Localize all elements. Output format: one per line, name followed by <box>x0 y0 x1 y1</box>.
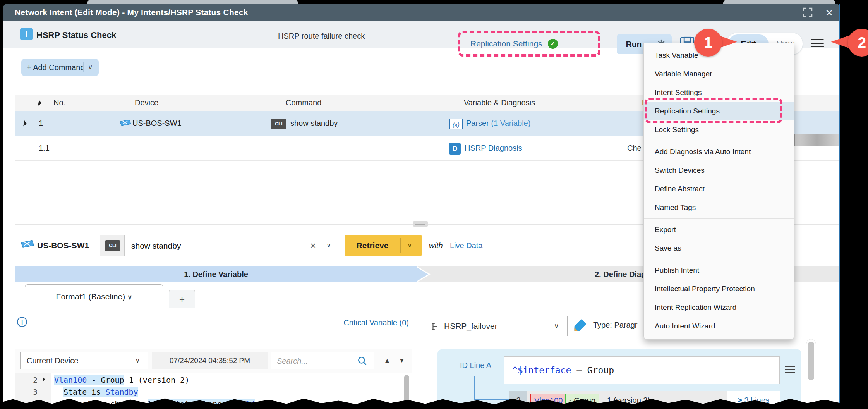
menu-item-intellectual-property-protection[interactable]: Intellectual Property Protection <box>644 280 794 298</box>
id-line-label: ID Line A <box>460 361 491 370</box>
diagnosis-badge-icon: D <box>449 143 461 155</box>
window-title: Network Intent (Edit Mode) - My Intents/… <box>15 4 248 21</box>
replication-settings-highlight-box: Replication Settings ✓ <box>458 31 600 57</box>
command-input[interactable] <box>130 238 380 254</box>
menu-item-add-diagnosis-via-auto-intent[interactable]: Add Diagnosis via Auto Intent <box>644 143 794 161</box>
tab-format1-baseline[interactable]: Format1 (Baseline) ∨ <box>25 284 163 308</box>
divider <box>83 62 84 72</box>
chevron-down-icon[interactable]: ∨ <box>88 59 93 76</box>
search-prev-icon[interactable]: ▲ <box>384 352 390 369</box>
variable-name: HSRP_failover <box>444 316 497 336</box>
col-header-variable-diagnosis: Variable & Diagnosis <box>464 95 535 111</box>
chevron-down-icon[interactable]: ∨ <box>135 352 140 369</box>
device-scope-select[interactable]: Current Device ∨ <box>20 352 148 369</box>
menu-item-intent-replication-wizard[interactable]: Intent Replication Wizard <box>644 298 794 317</box>
line-number: 3 <box>15 386 38 398</box>
intent-options-menu: Task Variable Variable Manager Intent Se… <box>643 43 794 340</box>
left-pane-scrollbar[interactable] <box>404 375 409 403</box>
table-gutter-line <box>34 95 34 160</box>
cli-badge: CLI <box>271 119 286 129</box>
intent-title: HSRP Status Check <box>36 30 116 40</box>
parser-variable-count[interactable]: (1 Variable) <box>491 119 530 127</box>
regex-variable: ^$interface <box>512 365 571 375</box>
variable-type-label: Type: Paragr <box>593 321 638 330</box>
switch-device-icon <box>20 239 35 249</box>
with-label: with <box>429 235 443 256</box>
chevron-down-icon[interactable]: ∨ <box>407 235 412 256</box>
info-icon[interactable]: i <box>17 317 27 327</box>
line-number: 2 <box>15 374 38 386</box>
critical-variable-link[interactable]: Critical Variable (0) <box>308 318 409 327</box>
col-header-no: No. <box>53 95 65 111</box>
switch-device-icon <box>119 119 132 127</box>
add-format-tab[interactable]: + <box>169 290 195 308</box>
add-command-label: + Add Command <box>27 59 85 76</box>
diagnosis-link[interactable]: HSRP Diagnosis <box>465 136 522 160</box>
check-circle-icon: ✓ <box>548 39 558 49</box>
replication-settings-link[interactable]: Replication Settings <box>470 39 542 48</box>
search-icon[interactable] <box>357 356 367 366</box>
row-number: 1 <box>39 111 43 136</box>
cli-badge: CLI <box>105 240 120 251</box>
edit-pencil-icon[interactable] <box>574 318 587 333</box>
code-line: State is Standby <box>63 386 138 398</box>
replication-settings-menu-highlight-box <box>645 98 782 123</box>
retrieve-button[interactable]: Retrieve ∨ <box>345 235 422 256</box>
highlighted-variable[interactable]: Standby <box>105 387 138 397</box>
step-1-band[interactable]: 1. Define Variable <box>15 266 417 282</box>
device-scope-value: Current Device <box>27 352 78 369</box>
search-next-icon[interactable]: ▼ <box>399 352 405 369</box>
chevron-down-icon[interactable]: ∨ <box>326 235 331 256</box>
tree-icon <box>431 322 440 331</box>
collapse-row-icon[interactable] <box>21 120 27 126</box>
menu-item-publish-intent[interactable]: Publish Intent <box>644 261 794 280</box>
menu-item-save-as[interactable]: Save as <box>644 239 794 258</box>
window-right-edge <box>839 4 840 409</box>
command-input-group: CLI × ∨ <box>100 235 339 256</box>
menu-item-export[interactable]: Export <box>644 220 794 239</box>
selected-device-name: US-BOS-SW1 <box>37 235 89 256</box>
menu-divider <box>644 259 794 259</box>
clear-icon[interactable]: × <box>310 235 316 256</box>
menu-divider <box>644 218 794 219</box>
line-options-icon[interactable] <box>785 366 795 373</box>
live-data-link[interactable]: Live Data <box>450 235 483 256</box>
fullscreen-icon[interactable] <box>802 7 813 18</box>
right-pane-scrollbar-thumb[interactable] <box>808 342 814 380</box>
code-line: Vlan100 - Group 1 (version 2) <box>54 374 189 386</box>
cli-cell: CLI <box>100 235 125 256</box>
divider <box>400 238 401 253</box>
highlighted-variable[interactable]: Vlan100 <box>54 375 87 385</box>
variable-select[interactable]: HSRP_failover ∨ <box>425 316 568 336</box>
command-text: show standby <box>290 111 338 136</box>
chevron-down-icon[interactable]: ∨ <box>554 316 559 336</box>
window-titlebar: Network Intent (Edit Mode) - My Intents/… <box>3 4 840 21</box>
horizontal-scrollbar-fragment[interactable] <box>794 134 839 146</box>
step-2-label: 2. Define Diag <box>595 266 646 282</box>
menu-item-define-abstract[interactable]: Define Abstract <box>644 180 794 198</box>
close-icon[interactable]: × <box>825 4 833 21</box>
menu-divider <box>644 141 794 141</box>
menu-item-lock-settings[interactable]: Lock Settings <box>644 120 794 139</box>
chevron-down-icon[interactable]: ∨ <box>127 294 132 301</box>
id-line-input[interactable]: ^$interface – Group <box>504 356 780 384</box>
menu-item-named-tags[interactable]: Named Tags <box>644 198 794 217</box>
intent-icon: I <box>20 28 33 40</box>
screenshot-stage: Network Intent (Edit Mode) - My Intents/… <box>0 0 868 409</box>
retrieve-label: Retrieve <box>345 235 400 256</box>
menu-item-auto-intent-wizard[interactable]: Auto Intent Wizard <box>644 317 794 335</box>
menu-item-variable-manager[interactable]: Variable Manager <box>644 65 794 83</box>
collapse-all-icon[interactable] <box>36 100 41 106</box>
col-header-device: Device <box>135 95 158 111</box>
search-box[interactable] <box>271 352 374 369</box>
step-1-label: 1. Define Variable <box>15 266 417 282</box>
add-command-button[interactable]: + Add Command ∨ <box>21 59 99 76</box>
device-name: US-BOS-SW1 <box>132 111 182 136</box>
menu-hamburger-icon[interactable] <box>811 39 824 47</box>
annotation-badge-1: 1 <box>694 29 722 57</box>
pane-drag-handle[interactable] <box>413 221 428 227</box>
parser-link[interactable]: Parser (1 Variable) <box>466 111 530 136</box>
search-input[interactable] <box>276 354 355 368</box>
menu-item-switch-devices[interactable]: Switch Devices <box>644 161 794 180</box>
annotation-badge-2: 2 <box>848 29 868 57</box>
